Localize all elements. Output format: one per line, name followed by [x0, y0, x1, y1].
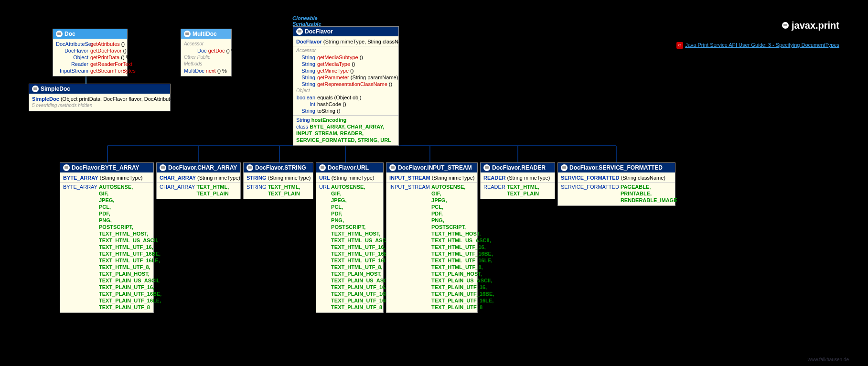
class-icon	[561, 164, 568, 171]
class-simpledoc: SimpleDoc SimpleDoc (Object printData, D…	[29, 84, 171, 111]
box-title: SimpleDoc	[29, 84, 170, 94]
class-docflavor: DocFlavor DocFlavor (String mimeType, St…	[293, 26, 399, 146]
box-title: DocFlavor.BYTE_ARRAY	[60, 163, 153, 172]
box-title: DocFlavor.INPUT_STREAM	[386, 163, 477, 172]
class-icon	[389, 164, 396, 171]
box-title: MultiDoc	[181, 29, 231, 39]
footer-credit: www.falkhausen.de	[808, 357, 849, 362]
class-input-stream: DocFlavor.INPUT_STREAM INPUT_STREAM (Str…	[386, 162, 478, 313]
box-title: DocFlavor.URL	[316, 163, 383, 172]
class-icon	[160, 164, 166, 171]
class-icon	[184, 31, 191, 37]
interface-doc: Doc DocAttributeSetgetAttributes ()DocFl…	[53, 29, 128, 76]
class-char-array: DocFlavor.CHAR_ARRAY CHAR_ARRAY (String …	[156, 162, 241, 199]
box-title: DocFlavor.READER	[481, 163, 555, 172]
box-title: DocFlavor.STRING	[244, 163, 313, 172]
box-title: Doc	[53, 29, 127, 39]
guide-link[interactable]: OJava Print Service API User Guide: 3 - …	[676, 42, 839, 49]
box-title: DocFlavor.CHAR_ARRAY	[157, 163, 240, 172]
package-title: javax.print	[782, 20, 839, 31]
annotation-cloneable: Cloneable	[292, 15, 318, 21]
class-byte-array: DocFlavor.BYTE_ARRAY BYTE_ARRAY (String …	[60, 162, 154, 313]
oracle-icon: O	[676, 42, 683, 49]
box-title: DocFlavor	[293, 27, 398, 36]
class-icon	[319, 164, 326, 171]
class-icon	[483, 164, 490, 171]
interface-multidoc: MultiDoc Accessor Doc getDoc () % Other …	[181, 29, 232, 76]
class-icon	[56, 31, 63, 37]
class-icon	[296, 28, 303, 35]
class-reader: DocFlavor.READER READER (String mimeType…	[480, 162, 555, 199]
class-string: DocFlavor.STRING STRING (String mimeType…	[243, 162, 313, 199]
class-url: DocFlavor.URL URL (String mimeType) URL …	[316, 162, 384, 313]
class-icon	[782, 22, 789, 29]
class-service-formatted: DocFlavor.SERVICE_FORMATTED SERVICE_FORM…	[557, 162, 675, 206]
box-title: DocFlavor.SERVICE_FORMATTED	[558, 163, 675, 172]
class-icon	[63, 164, 70, 171]
class-icon	[32, 86, 39, 92]
class-icon	[246, 164, 253, 171]
